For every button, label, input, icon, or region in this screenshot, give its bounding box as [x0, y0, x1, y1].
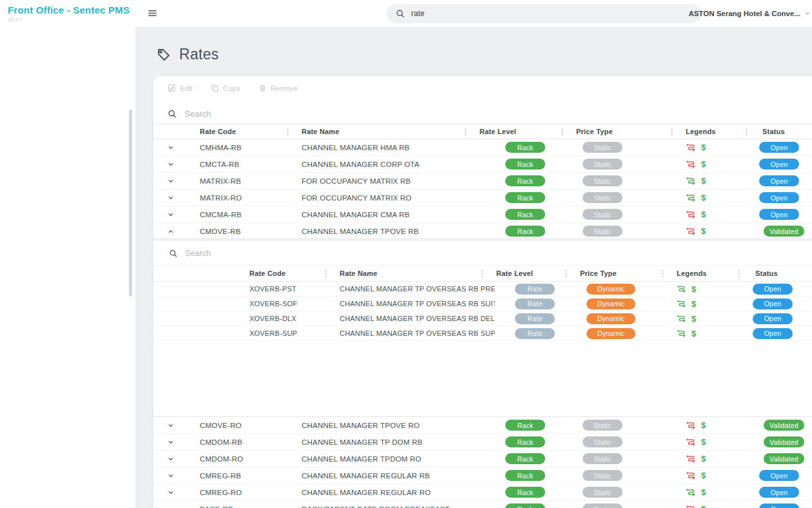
sidebar-item-expected-departure[interactable]	[0, 248, 135, 271]
row-expander[interactable]	[153, 177, 198, 185]
column-separator[interactable]	[738, 269, 740, 278]
property-selector[interactable]: ASTON Serang Hotel & Conve...	[688, 0, 802, 27]
status-cell: Validated	[759, 453, 812, 464]
row-expander[interactable]	[153, 472, 198, 480]
global-search-input[interactable]	[410, 8, 692, 19]
route-icon	[686, 159, 697, 170]
dollar-icon: $	[701, 193, 706, 202]
subtable-row[interactable]: XOVERB-PST CHANNEL MANAGER TP OVERSEAS R…	[153, 282, 812, 297]
sidebar-item-all[interactable]	[0, 178, 135, 201]
rate-name-cell: FOR OCCUPANCY MATRIX RB	[300, 177, 478, 185]
remove-button[interactable]: Remove	[258, 84, 298, 92]
row-expander[interactable]	[153, 144, 198, 151]
table-row[interactable]: MATRIX-RO FOR OCCUPANCY MATRIX RO Rack S…	[153, 190, 812, 206]
status-badge: Validated	[764, 420, 804, 431]
row-expander[interactable]	[153, 505, 198, 508]
column-separator[interactable]	[481, 269, 483, 278]
row-expander[interactable]	[153, 211, 198, 219]
sidebar-section-group-reservations[interactable]	[0, 364, 135, 387]
table-row[interactable]: CMOVE-RO CHANNEL MANAGER TPOVE RO Rack S…	[153, 417, 812, 434]
table-row[interactable]: CMCTA-RB CHANNEL MANAGER CORP OTA Rack S…	[153, 156, 812, 173]
rate-level-cell: Rack	[478, 470, 575, 481]
row-expander[interactable]	[153, 489, 198, 496]
sidebar-item-tape-chart[interactable]	[0, 62, 135, 85]
copy-button[interactable]: Copy	[211, 84, 240, 92]
column-separator[interactable]	[565, 269, 567, 278]
rate-level-cell: Rate	[495, 313, 579, 324]
row-expander[interactable]	[153, 194, 198, 202]
table-row[interactable]: CMCMA-RB CHANNEL MANAGER CMA RB Rack Sta…	[153, 206, 812, 223]
expander-chevron-icon	[167, 144, 175, 151]
rates-search-input[interactable]	[183, 108, 490, 119]
row-expander[interactable]	[153, 422, 198, 429]
rate-level-cell: Rack	[478, 142, 575, 153]
table-row[interactable]: CMDOM-RB CHANNEL MANAGER TP DOM RB Rack …	[153, 434, 812, 451]
sidebar-item-in-house[interactable]	[0, 201, 135, 224]
rates-card: Edit Copy Remove Rate Code Rate	[153, 76, 812, 508]
row-expander[interactable]	[153, 438, 198, 446]
sidebar-section-rate-management[interactable]	[0, 433, 135, 456]
global-search[interactable]	[387, 4, 701, 23]
legends-cell: $	[684, 192, 759, 203]
sidebar-item-group-reservations[interactable]	[0, 387, 135, 410]
column-separator[interactable]	[662, 269, 664, 278]
column-separator[interactable]	[325, 269, 327, 278]
table-row[interactable]: CMOVE-RB CHANNEL MANAGER TPOVE RB Rack S…	[153, 223, 812, 240]
rates-search[interactable]	[168, 103, 490, 124]
rate-code-cell: CMCMA-RB	[198, 211, 300, 219]
dollar-icon: $	[691, 300, 696, 308]
rate-code-cell: CMOVE-RO	[198, 422, 300, 429]
sidebar-item-no-show[interactable]	[0, 340, 135, 364]
column-separator[interactable]	[561, 128, 563, 136]
legends-cell: $	[684, 453, 759, 464]
rate-name-cell: FOR OCCUPANCY MATRIX RO	[300, 194, 478, 202]
sidebar-section-reservations[interactable]	[0, 155, 135, 178]
price-type-cell: Static	[575, 487, 684, 498]
rate-level-badge: Rack	[505, 470, 545, 481]
edit-button[interactable]: Edit	[168, 84, 193, 92]
column-separator[interactable]	[287, 128, 289, 136]
row-expander[interactable]	[153, 228, 198, 235]
column-separator[interactable]	[671, 128, 673, 136]
sidebar-section-front-office[interactable]	[0, 108, 135, 132]
table-row[interactable]: CMREG-RO CHANNEL MANAGER REGULAR RO Rack…	[153, 484, 812, 501]
subtable-search-input[interactable]	[184, 248, 478, 259]
row-expander[interactable]	[153, 455, 198, 463]
chevron-down-icon	[804, 10, 811, 17]
table-row[interactable]: MATRIX-RB FOR OCCUPANCY MATRIX RB Rack S…	[153, 173, 812, 190]
subtable-rows: XOVERB-PST CHANNEL MANAGER TP OVERSEAS R…	[153, 282, 812, 341]
sidebar-item-tentative[interactable]	[0, 410, 135, 433]
sidebar-item-checked-out[interactable]	[0, 294, 135, 317]
dollar-icon: $	[701, 421, 706, 429]
sidebar-item-booking[interactable]	[0, 271, 135, 294]
rate-level-cell: Rack	[478, 487, 575, 498]
sidebar-item-dashboard[interactable]	[0, 39, 135, 62]
rate-level-cell: Rack	[478, 420, 575, 431]
route-icon	[686, 420, 697, 431]
sidebar-item-rates[interactable]	[0, 456, 135, 480]
table-row[interactable]: BASE-RB RACK/PARENT RATE ROOM BREAKFAST …	[153, 501, 812, 508]
subtable-search[interactable]	[169, 244, 478, 262]
sidebar-item-floor-plan[interactable]	[0, 85, 135, 108]
subtable-row[interactable]: XOVERB-SUP CHANNEL MANAGER TP OVERSEAS R…	[153, 326, 812, 341]
menu-icon[interactable]	[147, 8, 158, 18]
column-separator[interactable]	[746, 128, 748, 136]
table-row[interactable]: CMREG-RB CHANNEL MANAGER REGULAR RB Rack…	[153, 467, 812, 484]
status-badge: Open	[759, 192, 799, 203]
table-row[interactable]: CMHMA-RB CHANNEL MANAGER HMA RB Rack Sta…	[153, 139, 812, 156]
sidebar-scrollbar[interactable]	[129, 110, 132, 297]
sidebar-item-guests[interactable]	[0, 132, 135, 155]
expander-chevron-icon	[167, 161, 175, 168]
sidebar-item-rates-calendar[interactable]	[0, 480, 135, 503]
sidebar-item-expected-arrival[interactable]	[0, 224, 135, 248]
table-row[interactable]: CMDOM-RO CHANNEL MANAGER TPDOM RO Rack S…	[153, 451, 812, 467]
status-cell: Open	[759, 487, 812, 498]
dollar-icon: $	[691, 315, 696, 323]
sidebar-item-canceled[interactable]	[0, 317, 135, 340]
rate-code-cell: XOVERB-DLX	[248, 315, 338, 322]
row-expander[interactable]	[153, 161, 198, 168]
subtable-row[interactable]: XOVERB-DLX CHANNEL MANAGER TP OVERSEAS R…	[153, 311, 812, 326]
column-separator[interactable]	[465, 128, 467, 136]
dollar-icon: $	[691, 285, 696, 293]
subtable-row[interactable]: XOVERB-SOF CHANNEL MANAGER TP OVERSEAS R…	[153, 297, 812, 311]
